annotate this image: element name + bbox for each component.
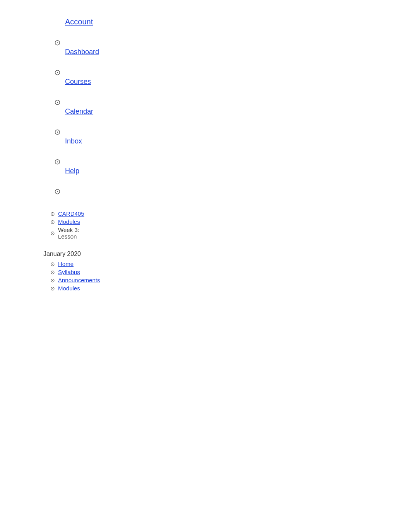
modules-icon: ⊙ [50,285,55,292]
breadcrumb-icon-1: ⊙ [50,211,55,217]
breadcrumb-link-card405[interactable]: CARD405 [58,210,84,217]
course-nav-announcements: ⊙ Announcements [50,277,85,283]
courses-icon: ⊙ [54,68,61,77]
nav-item-help: ⊙ Help [0,153,85,179]
course-nav-home: ⊙ Home [50,261,85,267]
breadcrumb-item-modules: ⊙ Modules [0,218,85,225]
breadcrumb-icon-3: ⊙ [50,230,55,236]
inbox-link[interactable]: Inbox [65,137,82,145]
nav-item-dashboard: ⊙ Dashboard [0,34,85,60]
modules-link[interactable]: Modules [58,285,80,292]
home-icon: ⊙ [50,261,55,267]
dashboard-link[interactable]: Dashboard [65,48,99,56]
inbox-icon: ⊙ [54,127,61,136]
account-link[interactable]: Account [65,17,93,26]
dashboard-icon: ⊙ [54,38,61,47]
nav-item-extra: ⊙ [0,183,85,201]
breadcrumb-item-week3: ⊙ Week 3: Lesson [0,227,85,240]
breadcrumb-link-modules[interactable]: Modules [58,218,80,225]
course-nav-modules: ⊙ Modules [50,285,85,292]
breadcrumb-text-week3: Week 3: Lesson [58,227,85,240]
calendar-link[interactable]: Calendar [65,107,93,116]
courses-link[interactable]: Courses [65,78,91,86]
announcements-link[interactable]: Announcements [58,277,100,283]
course-nav: ⊙ Home ⊙ Syllabus ⊙ Announcements ⊙ Modu… [0,261,85,293]
announcements-icon: ⊙ [50,277,55,283]
syllabus-link[interactable]: Syllabus [58,269,80,275]
extra-icon: ⊙ [54,187,61,196]
home-link[interactable]: Home [58,261,74,267]
help-icon: ⊙ [54,157,61,166]
nav-item-inbox: ⊙ Inbox [0,123,85,149]
calendar-icon: ⊙ [54,97,61,107]
breadcrumb-icon-2: ⊙ [50,219,55,225]
help-link[interactable]: Help [65,167,79,175]
month-label: January 2020 [0,251,85,257]
sidebar: Account ⊙ Dashboard ⊙ Courses ⊙ Calendar… [0,0,85,301]
syllabus-icon: ⊙ [50,269,55,275]
nav-item-courses: ⊙ Courses [0,64,85,90]
nav-item-calendar: ⊙ Calendar [0,94,85,119]
nav-item-account: Account [0,8,85,34]
breadcrumb: ⊙ CARD405 ⊙ Modules ⊙ Week 3: Lesson [0,206,85,245]
course-nav-syllabus: ⊙ Syllabus [50,269,85,275]
breadcrumb-item-card405: ⊙ CARD405 [0,210,85,217]
